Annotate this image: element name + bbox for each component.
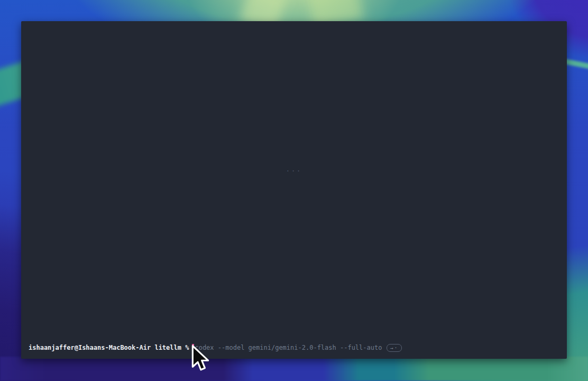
terminal-loading-ellipsis: ··· xyxy=(286,167,302,175)
command-suggestion-head: codex xyxy=(195,343,214,352)
command-suggestion-tail: --model gemini/gemini-2.0-flash --full-a… xyxy=(214,343,382,352)
terminal-prompt-line[interactable]: ishaanjaffer@Ishaans-MacBook-Air litellm… xyxy=(29,343,402,352)
wallpaper-bottom-strip xyxy=(0,357,588,381)
accept-suggestion-key-badge: →· xyxy=(387,344,401,352)
text-cursor xyxy=(192,344,194,352)
terminal-window[interactable]: ··· ishaanjaffer@Ishaans-MacBook-Air lit… xyxy=(21,21,567,359)
shell-prompt: ishaanjaffer@Ishaans-MacBook-Air litellm… xyxy=(29,343,189,352)
